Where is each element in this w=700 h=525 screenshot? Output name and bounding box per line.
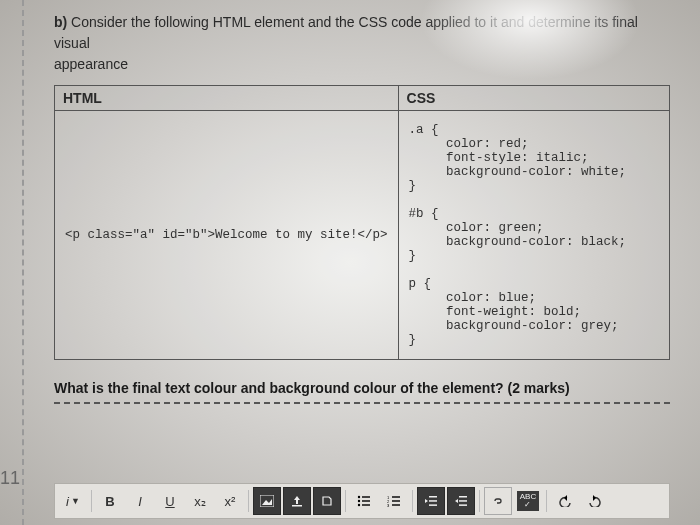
- svg-rect-18: [429, 504, 437, 506]
- ordered-list-button[interactable]: 123: [380, 487, 408, 515]
- separator: [479, 490, 480, 512]
- html-code-cell: <p class="a" id="b">Welcome to my site!<…: [55, 111, 399, 360]
- separator: [345, 490, 346, 512]
- css-code-cell: .a { color: red; font-style: italic; bac…: [398, 111, 669, 360]
- unordered-list-button[interactable]: [350, 487, 378, 515]
- separator: [91, 490, 92, 512]
- redo-button[interactable]: [581, 487, 609, 515]
- part-label: b): [54, 14, 67, 30]
- separator: [412, 490, 413, 512]
- style-dropdown[interactable]: i ▼: [59, 487, 87, 515]
- chevron-down-icon: ▼: [71, 496, 80, 506]
- undo-button[interactable]: [551, 487, 579, 515]
- image-button[interactable]: [253, 487, 281, 515]
- svg-rect-21: [459, 500, 467, 502]
- link-button[interactable]: [484, 487, 512, 515]
- divider: [54, 402, 670, 404]
- prompt-line-2: appearance: [54, 56, 128, 72]
- question-number: 11: [0, 468, 20, 489]
- underline-button[interactable]: U: [156, 487, 184, 515]
- svg-rect-22: [459, 504, 467, 506]
- svg-rect-12: [392, 500, 400, 501]
- subscript-button[interactable]: x₂: [186, 487, 214, 515]
- editor-toolbar: i ▼ B I U x₂ x² 123 ABC✓: [54, 483, 670, 519]
- question-content: b) Consider the following HTML element a…: [0, 0, 700, 404]
- svg-rect-6: [362, 500, 370, 501]
- spellcheck-button[interactable]: ABC✓: [514, 487, 542, 515]
- upload-button[interactable]: [283, 487, 311, 515]
- svg-marker-19: [455, 499, 458, 503]
- attach-button[interactable]: [313, 487, 341, 515]
- style-label: i: [66, 494, 69, 509]
- svg-rect-16: [429, 496, 437, 498]
- svg-rect-14: [392, 504, 400, 505]
- question-prompt: b) Consider the following HTML element a…: [54, 12, 670, 75]
- svg-marker-24: [593, 495, 596, 501]
- separator: [546, 490, 547, 512]
- page-margin: [22, 0, 26, 525]
- superscript-button[interactable]: x²: [216, 487, 244, 515]
- svg-rect-20: [459, 496, 467, 498]
- svg-rect-8: [362, 504, 370, 505]
- svg-text:3: 3: [387, 503, 390, 507]
- separator: [248, 490, 249, 512]
- svg-marker-23: [564, 495, 567, 501]
- svg-rect-17: [429, 500, 437, 502]
- abc-label: ABC: [520, 492, 536, 501]
- svg-rect-2: [292, 505, 302, 507]
- svg-point-7: [358, 504, 360, 506]
- svg-point-5: [358, 500, 360, 502]
- col-html-header: HTML: [55, 86, 399, 111]
- bold-button[interactable]: B: [96, 487, 124, 515]
- indent-button[interactable]: [447, 487, 475, 515]
- italic-button[interactable]: I: [126, 487, 154, 515]
- followup-question: What is the final text colour and backgr…: [54, 380, 670, 396]
- svg-marker-1: [262, 499, 272, 505]
- col-css-header: CSS: [398, 86, 669, 111]
- prompt-line-1: Consider the following HTML element and …: [54, 14, 638, 51]
- svg-rect-4: [362, 496, 370, 497]
- outdent-button[interactable]: [417, 487, 445, 515]
- svg-marker-15: [425, 499, 428, 503]
- svg-point-3: [358, 496, 360, 498]
- code-table: HTML CSS <p class="a" id="b">Welcome to …: [54, 85, 670, 360]
- svg-rect-10: [392, 496, 400, 497]
